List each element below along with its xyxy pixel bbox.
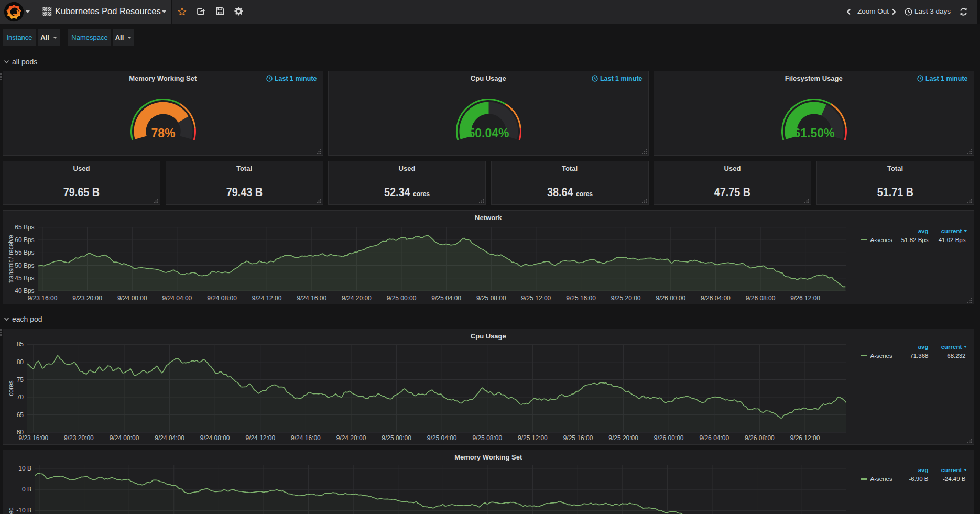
svg-text:9/25 00:00: 9/25 00:00	[387, 294, 417, 301]
svg-text:9/23 16:00: 9/23 16:00	[18, 434, 48, 442]
svg-text:9/25 20:00: 9/25 20:00	[608, 434, 638, 442]
svg-text:60 Bps: 60 Bps	[15, 236, 34, 244]
svg-text:50.04%: 50.04%	[468, 126, 509, 140]
svg-text:9/24 04:00: 9/24 04:00	[155, 434, 184, 442]
svg-text:0 B: 0 B	[22, 486, 31, 493]
svg-text:78%: 78%	[151, 126, 175, 140]
svg-text:9/25 00:00: 9/25 00:00	[382, 434, 411, 442]
svg-text:9/24 12:00: 9/24 12:00	[252, 294, 282, 301]
svg-text:9/23 16:00: 9/23 16:00	[28, 294, 58, 301]
svg-text:9/24 00:00: 9/24 00:00	[117, 294, 147, 301]
svg-text:9/25 04:00: 9/25 04:00	[427, 434, 457, 442]
svg-text:9/24 20:00: 9/24 20:00	[336, 434, 366, 442]
svg-text:80: 80	[17, 358, 24, 365]
svg-text:9/26 12:00: 9/26 12:00	[790, 434, 820, 442]
svg-text:85: 85	[17, 341, 24, 348]
svg-text:9/26 08:00: 9/26 08:00	[745, 434, 775, 442]
svg-text:9/24 20:00: 9/24 20:00	[342, 294, 372, 301]
svg-text:9/24 16:00: 9/24 16:00	[291, 434, 321, 442]
svg-text:40 Bps: 40 Bps	[15, 287, 34, 294]
svg-text:9/25 16:00: 9/25 16:00	[563, 434, 593, 442]
svg-text:9/23 20:00: 9/23 20:00	[64, 434, 94, 442]
svg-text:50 Bps: 50 Bps	[15, 261, 34, 269]
svg-text:9/25 08:00: 9/25 08:00	[476, 294, 506, 301]
svg-text:9/24 12:00: 9/24 12:00	[245, 434, 275, 442]
svg-text:9/25 04:00: 9/25 04:00	[431, 294, 461, 301]
svg-text:-10 B: -10 B	[16, 507, 31, 514]
svg-text:9/25 16:00: 9/25 16:00	[566, 294, 596, 301]
svg-text:9/26 00:00: 9/26 00:00	[656, 294, 685, 301]
svg-text:65 Bps: 65 Bps	[15, 223, 34, 231]
svg-text:9/25 08:00: 9/25 08:00	[472, 434, 502, 442]
svg-text:9/24 08:00: 9/24 08:00	[200, 434, 230, 442]
svg-text:61.50%: 61.50%	[793, 126, 834, 140]
svg-text:70: 70	[17, 393, 24, 401]
svg-text:9/25 20:00: 9/25 20:00	[611, 294, 641, 301]
svg-text:9/24 16:00: 9/24 16:00	[297, 294, 326, 301]
svg-text:9/24 08:00: 9/24 08:00	[207, 294, 237, 301]
svg-text:55 Bps: 55 Bps	[15, 249, 34, 256]
svg-text:9/24 04:00: 9/24 04:00	[162, 294, 192, 301]
svg-text:9/25 12:00: 9/25 12:00	[521, 294, 551, 301]
svg-text:10 B: 10 B	[18, 465, 31, 472]
svg-text:9/26 00:00: 9/26 00:00	[654, 434, 684, 442]
svg-text:65: 65	[17, 411, 24, 418]
svg-text:9/23 20:00: 9/23 20:00	[72, 294, 102, 301]
svg-text:9/26 04:00: 9/26 04:00	[699, 434, 729, 442]
svg-text:75: 75	[17, 376, 24, 383]
svg-text:9/26 04:00: 9/26 04:00	[701, 294, 731, 301]
svg-text:9/25 12:00: 9/25 12:00	[518, 434, 548, 442]
svg-text:9/26 08:00: 9/26 08:00	[746, 294, 776, 301]
svg-text:9/26 12:00: 9/26 12:00	[790, 294, 820, 301]
svg-text:45 Bps: 45 Bps	[15, 274, 34, 281]
svg-text:9/24 00:00: 9/24 00:00	[110, 434, 139, 442]
